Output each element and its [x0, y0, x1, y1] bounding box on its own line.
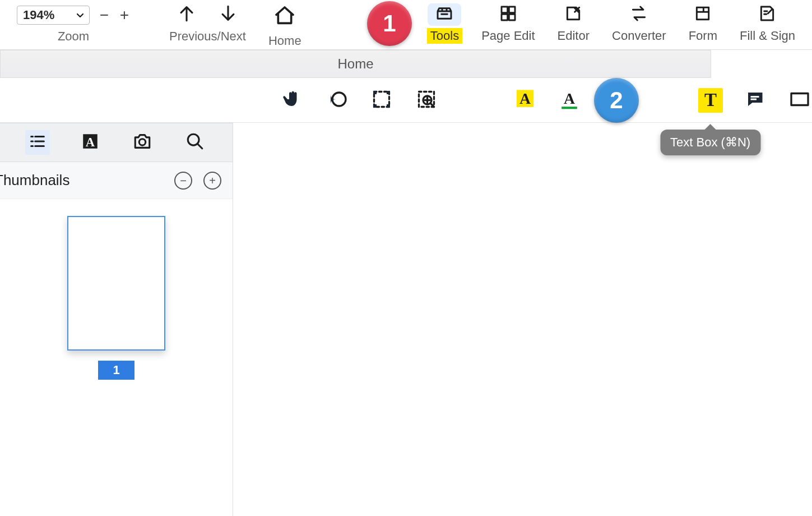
tab-editor-label: Editor: [554, 28, 593, 44]
chevron-down-icon: [77, 11, 83, 20]
toolbox-icon: [434, 4, 454, 25]
annotation-callout-2: 2: [594, 78, 639, 123]
page-thumbnail[interactable]: [67, 216, 165, 351]
side-tab-thumbnails[interactable]: [25, 130, 50, 155]
tab-editor[interactable]: Editor: [546, 3, 601, 44]
camera-icon: [133, 132, 152, 153]
text-box-icon: T: [699, 89, 722, 112]
side-panel-tabs: A: [0, 123, 233, 162]
svg-rect-3: [387, 91, 390, 94]
thumbnail-list: 1: [0, 199, 233, 516]
zoom-value: 194%: [23, 8, 54, 22]
home-group: Home: [246, 0, 301, 48]
side-tab-snapshots[interactable]: [130, 130, 155, 155]
marquee-icon: [370, 89, 393, 112]
tab-fill-sign[interactable]: Fill & Sign: [729, 3, 806, 44]
previous-page-icon[interactable]: [177, 4, 196, 25]
svg-text:A: A: [564, 90, 575, 107]
highlight-tool[interactable]: A: [513, 88, 537, 113]
tooltip-text: Text Box (⌘N): [670, 135, 750, 149]
hand-icon: [281, 89, 304, 112]
svg-rect-17: [791, 93, 808, 105]
zoom-area-icon: [415, 89, 438, 112]
main-tabs: Tools Page Edit Editor: [419, 0, 812, 44]
tab-page-edit[interactable]: Page Edit: [470, 3, 546, 44]
tab-converter[interactable]: Converter: [601, 3, 678, 44]
note-icon: [744, 89, 766, 112]
side-tab-bookmarks[interactable]: A: [78, 130, 103, 155]
main-area: A Thumbnails − + 1: [0, 123, 812, 516]
bookmark-a-icon: A: [81, 132, 100, 153]
breadcrumb-bar: Home: [0, 50, 812, 78]
snapshot-tool[interactable]: [370, 88, 395, 113]
grid-icon: [498, 4, 518, 25]
rectangle-tool[interactable]: [787, 88, 812, 113]
zoom-group: 194% − + Zoom: [0, 0, 136, 44]
convert-icon: [629, 4, 649, 25]
thumbnail-zoom-in[interactable]: +: [203, 172, 221, 190]
next-page-icon[interactable]: [219, 4, 238, 25]
annotation-callout-1: 1: [367, 1, 412, 46]
svg-text:T: T: [704, 90, 717, 109]
rectangle-icon: [788, 89, 811, 112]
form-icon: [693, 4, 713, 25]
selection-tool[interactable]: [325, 88, 350, 113]
side-tab-search[interactable]: [183, 130, 207, 155]
thumbnail-zoom-out[interactable]: −: [174, 172, 192, 190]
tab-tools-label: Tools: [427, 28, 462, 44]
svg-rect-2: [373, 91, 377, 94]
sign-icon: [757, 4, 777, 25]
highlight-icon: A: [514, 89, 536, 112]
prev-next-label: Previous/Next: [169, 29, 246, 44]
zoom-out-button[interactable]: −: [99, 7, 110, 23]
text-box-tool[interactable]: T Text Box (⌘N): [698, 88, 723, 113]
home-icon[interactable]: [273, 4, 296, 29]
underline-icon: A: [558, 89, 581, 112]
breadcrumb-text: Home: [337, 56, 373, 72]
tab-tools[interactable]: Tools: [419, 3, 470, 44]
zoom-select[interactable]: 194%: [17, 6, 90, 25]
selection-icon: [326, 89, 349, 112]
hand-tool[interactable]: [280, 88, 305, 113]
list-icon: [28, 132, 47, 153]
tools-ribbon: A A A T Text Box (⌘N): [0, 78, 812, 123]
search-icon: [185, 132, 205, 153]
zoom-label: Zoom: [58, 29, 89, 44]
svg-text:A: A: [85, 135, 95, 149]
tooltip: Text Box (⌘N): [660, 130, 760, 155]
tab-page-edit-label: Page Edit: [478, 28, 538, 44]
breadcrumb[interactable]: Home: [0, 50, 711, 78]
tab-fill-sign-label: Fill & Sign: [736, 28, 799, 44]
note-tool[interactable]: [743, 88, 768, 113]
tab-converter-label: Converter: [609, 28, 670, 44]
prev-next-group: Previous/Next: [136, 0, 246, 44]
tab-form[interactable]: Form: [678, 3, 729, 44]
page-thumbnail-number: 1: [98, 361, 134, 380]
edit-icon: [563, 4, 583, 25]
document-canvas[interactable]: [233, 123, 812, 516]
side-panel: A Thumbnails − + 1: [0, 123, 233, 516]
svg-rect-5: [387, 104, 390, 108]
tab-form-label: Form: [685, 28, 721, 44]
underline-tool[interactable]: A: [558, 88, 582, 113]
zoom-in-button[interactable]: +: [119, 7, 130, 23]
svg-text:A: A: [519, 90, 531, 107]
zoom-area-tool[interactable]: [414, 88, 439, 113]
thumbnails-header: Thumbnails − +: [0, 162, 233, 199]
home-label: Home: [268, 34, 301, 48]
svg-rect-4: [373, 104, 377, 108]
svg-point-20: [140, 139, 146, 145]
thumbnails-title: Thumbnails: [0, 172, 69, 189]
